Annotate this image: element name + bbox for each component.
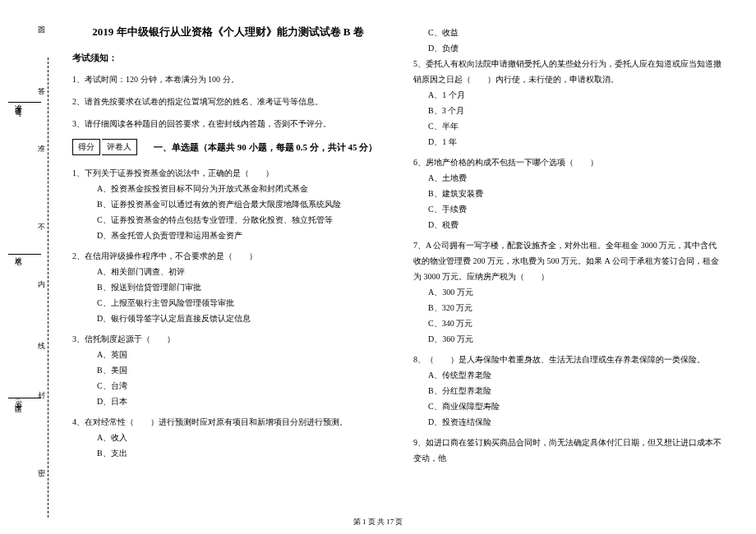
q8-opt-b: B、分红型养老险 — [428, 383, 725, 398]
question-2: 2、在信用评级操作程序中，不合要求的是（ ） A、相关部门调查、初评 B、报送到… — [72, 248, 384, 326]
q7-opt-c: C、340 万元 — [428, 315, 725, 331]
q3-opt-d: D、日本 — [97, 394, 384, 409]
right-column: C、收益 D、负债 5、委托人有权向法院申请撤销受托人的某些处分行为，委托人应在… — [399, 25, 740, 493]
q3-opt-b: B、美国 — [97, 362, 384, 378]
question-1: 1、下列关于证券投资基金的说法中，正确的是（ ） A、投资基金按投资目标不同分为… — [72, 165, 384, 243]
score-row: 得分 评卷人 一、单选题（本题共 90 小题，每题 0.5 分，共计 45 分） — [72, 139, 384, 155]
notice-2: 2、请首先按要求在试卷的指定位置填写您的姓名、准考证号等信息。 — [72, 94, 384, 108]
q5-text: 5、委托人有权向法院申请撤销受托人的某些处分行为，委托人应在知道或应当知道撤销原… — [413, 56, 725, 87]
question-5: 5、委托人有权向法院申请撤销受托人的某些处分行为，委托人应在知道或应当知道撤销原… — [413, 56, 725, 150]
q6-text: 6、房地产价格的构成不包括一下哪个选项（ ） — [413, 154, 725, 170]
side-admit: 准 — [38, 144, 47, 154]
side-circle: 圆 — [38, 25, 47, 35]
q5-opt-b: B、3 个月 — [428, 103, 725, 118]
q1-opt-d: D、基金托管人负责管理和运用基金资产 — [97, 228, 384, 243]
q6-opt-b: B、建筑安装费 — [428, 186, 725, 201]
q8-opt-a: A、传统型养老险 — [428, 367, 725, 383]
page-content: 2019 年中级银行从业资格《个人理财》能力测试试卷 B 卷 考试须知： 1、考… — [0, 0, 756, 509]
q9-text: 9、如进口商在签订购买商品合同时，尚无法确定具体付汇日期，但又想让进口成本不变动… — [413, 435, 725, 466]
q7-opt-b: B、320 万元 — [428, 300, 725, 315]
q1-text: 1、下列关于证券投资基金的说法中，正确的是（ ） — [72, 165, 384, 181]
left-column: 2019 年中级银行从业资格《个人理财》能力测试试卷 B 卷 考试须知： 1、考… — [58, 25, 399, 493]
q4-opt-c: C、收益 — [428, 25, 725, 40]
side-inner: 内 — [38, 279, 47, 290]
q2-opt-c: C、上报至银行主管风险管理领导审批 — [97, 295, 384, 311]
question-7: 7、A 公司拥有一写字楼，配套设施齐全，对外出租。全年租金 3000 万元，其中… — [413, 237, 725, 347]
q4-opt-a: A、收入 — [97, 430, 384, 445]
q7-opt-d: D、360 万元 — [428, 331, 725, 347]
q6-opt-d: D、税费 — [428, 217, 725, 232]
q1-opt-a: A、投资基金按投资目标不同分为开放式基金和封闭式基金 — [97, 181, 384, 196]
q2-opt-a: A、相关部门调查、初评 — [97, 264, 384, 279]
q6-opt-c: C、手续费 — [428, 201, 725, 217]
q1-opt-c: C、证券投资基金的特点包括专业管理、分散化投资、独立托管等 — [97, 212, 384, 228]
q8-text: 8、（ ）是人寿保险中着重身故、生活无法自理或生存养老保障的一类保险。 — [413, 352, 725, 367]
notice-heading: 考试须知： — [72, 53, 384, 64]
q3-text: 3、信托制度起源于（ ） — [72, 331, 384, 347]
q7-text: 7、A 公司拥有一写字楼，配套设施齐全，对外出租。全年租金 3000 万元，其中… — [413, 237, 725, 284]
notice-1: 1、考试时间：120 分钟，本卷满分为 100 分。 — [72, 72, 384, 86]
side-line: 线 — [38, 341, 47, 352]
q2-opt-d: D、银行领导签字认定后直接反馈认定信息 — [97, 311, 384, 326]
q4-opt-b: B、支出 — [97, 445, 384, 461]
question-9: 9、如进口商在签订购买商品合同时，尚无法确定具体付汇日期，但又想让进口成本不变动… — [413, 435, 725, 466]
section-1-title: 一、单选题（本题共 90 小题，每题 0.5 分，共计 45 分） — [154, 141, 377, 154]
binding-dotted-line — [48, 58, 48, 518]
q1-opt-b: B、证券投资基金可以通过有效的资产组合最大限度地降低系统风险 — [97, 196, 384, 212]
q6-opt-a: A、土地费 — [428, 170, 725, 186]
question-3: 3、信托制度起源于（ ） A、英国 B、美国 C、台湾 D、日本 — [72, 331, 384, 409]
side-secret: 密 — [38, 468, 47, 479]
q2-opt-b: B、报送到信贷管理部门审批 — [97, 279, 384, 295]
question-6: 6、房地产价格的构成不包括一下哪个选项（ ） A、土地费 B、建筑安装费 C、手… — [413, 154, 725, 232]
binding-margin: 圆 答 准考证号 准 不 姓名 内 线 封 省（市区） 密 — [8, 25, 53, 501]
exam-title: 2019 年中级银行从业资格《个人理财》能力测试试卷 B 卷 — [72, 25, 384, 39]
q3-opt-a: A、英国 — [97, 347, 384, 362]
q8-opt-d: D、投资连结保险 — [428, 414, 725, 430]
q4-text: 4、在对经常性（ ）进行预测时应对原有项目和新增项目分别进行预测。 — [72, 414, 384, 430]
q7-opt-a: A、300 万元 — [428, 284, 725, 300]
grader-label: 评卷人 — [102, 139, 137, 155]
q5-opt-c: C、半年 — [428, 118, 725, 134]
score-label: 得分 — [72, 139, 100, 155]
q8-opt-c: C、商业保障型寿险 — [428, 398, 725, 414]
q4-opt-d: D、负债 — [428, 40, 725, 56]
question-4: 4、在对经常性（ ）进行预测时应对原有项目和新增项目分别进行预测。 A、收入 B… — [72, 414, 384, 461]
side-no: 不 — [38, 222, 47, 232]
q5-opt-d: D、1 年 — [428, 134, 725, 150]
q3-opt-c: C、台湾 — [97, 378, 384, 394]
notice-3: 3、请仔细阅读各种题目的回答要求，在密封线内答题，否则不予评分。 — [72, 117, 384, 131]
page-footer: 第 1 页 共 17 页 — [0, 517, 756, 527]
q2-text: 2、在信用评级操作程序中，不合要求的是（ ） — [72, 248, 384, 264]
q5-opt-a: A、1 个月 — [428, 87, 725, 103]
question-8: 8、（ ）是人寿保险中着重身故、生活无法自理或生存养老保障的一类保险。 A、传统… — [413, 352, 725, 430]
